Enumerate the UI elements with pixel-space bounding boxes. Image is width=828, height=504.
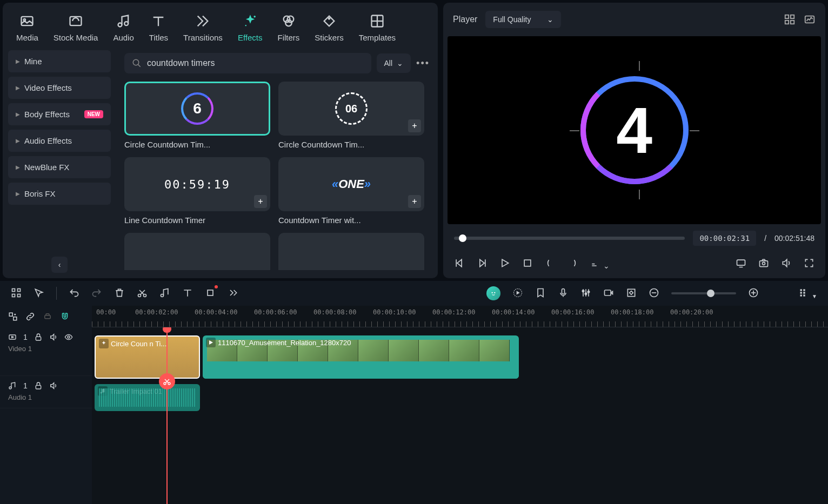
effect-thumbnail[interactable]: «ONE»+ (278, 157, 424, 211)
effect-thumbnail[interactable] (278, 233, 424, 270)
filter-dropdown[interactable]: All⌄ (377, 53, 411, 73)
zoom-slider[interactable] (671, 292, 736, 294)
svg-rect-28 (12, 288, 15, 291)
next-frame-button[interactable] (477, 258, 488, 270)
effect-clip[interactable]: Circle Coun n Ti... (95, 335, 200, 379)
scrubber[interactable] (454, 237, 685, 240)
effect-thumbnail[interactable]: 06+ (278, 82, 424, 136)
sidebar-item-newblue-fx[interactable]: ▶NewBlue FX (8, 156, 111, 178)
lock-icon[interactable] (34, 333, 43, 341)
effect-thumbnail[interactable]: 6 (124, 82, 270, 136)
record-icon[interactable] (603, 287, 614, 300)
video-track-icon (8, 333, 17, 341)
tab-transitions[interactable]: Transitions (181, 11, 225, 45)
snapshot-button[interactable] (758, 258, 769, 270)
svg-point-43 (583, 290, 584, 292)
add-effect-button[interactable]: + (408, 195, 421, 208)
effects-grid: 6 Circle Countdown Tim... 06+ Circle Cou… (124, 82, 430, 270)
search-input[interactable] (147, 58, 364, 68)
more-tools-button[interactable] (228, 287, 238, 300)
visibility-icon[interactable] (64, 333, 73, 341)
keyframe-icon[interactable] (626, 287, 637, 300)
mute-icon[interactable] (49, 381, 58, 390)
timeline-ruler[interactable]: 00:00 00:00:02:00 00:00:04:00 00:00:06:0… (92, 306, 828, 327)
video-track-row[interactable]: Circle Coun n Ti... 1110670_Amusement_Re… (92, 333, 828, 381)
sidebar-item-audio-effects[interactable]: ▶Audio Effects (8, 130, 111, 152)
undo-button[interactable] (69, 287, 79, 300)
zoom-out-button[interactable] (649, 287, 659, 300)
select-tool-icon[interactable] (34, 287, 44, 300)
grid-view-icon[interactable] (784, 14, 796, 25)
effect-item[interactable]: 06+ Circle Countdown Tim... (278, 82, 424, 149)
redo-button[interactable] (91, 287, 102, 300)
text-button[interactable] (182, 287, 193, 300)
stop-button[interactable] (522, 258, 533, 270)
render-icon[interactable] (512, 287, 523, 300)
tab-templates[interactable]: Templates (356, 11, 398, 45)
more-button[interactable]: ••• (416, 58, 430, 69)
effect-item[interactable] (124, 233, 270, 270)
delete-button[interactable] (114, 287, 125, 300)
video-clip[interactable]: 1110670_Amusement_Relation_1280x720 (203, 335, 519, 379)
tab-filters[interactable]: Filters (275, 11, 302, 45)
mark-out-button[interactable] (567, 258, 578, 270)
scopes-icon[interactable] (804, 14, 816, 25)
svg-rect-18 (785, 21, 789, 24)
sidebar-item-mine[interactable]: ▶Mine (8, 50, 111, 72)
mute-icon[interactable] (49, 333, 58, 341)
add-effect-button[interactable]: + (408, 119, 421, 132)
effect-thumbnail[interactable]: 00:59:19+ (124, 157, 270, 211)
effect-item[interactable]: «ONE»+ Countdown Timer wit... (278, 157, 424, 225)
split-button[interactable] (137, 287, 148, 300)
total-time: 00:02:51:48 (774, 234, 814, 243)
magnet-icon[interactable] (60, 312, 70, 321)
sidebar-item-boris-fx[interactable]: ▶Boris FX (8, 183, 111, 205)
split-at-playhead-icon[interactable] (159, 373, 175, 389)
playhead[interactable] (166, 327, 168, 504)
ai-button[interactable] (486, 286, 500, 300)
tab-titles[interactable]: Titles (146, 11, 171, 45)
media-browser-panel: Media Stock Media Audio Titles Transitio… (3, 3, 438, 278)
voiceover-icon[interactable] (558, 287, 569, 300)
marker-icon[interactable] (535, 287, 546, 300)
tab-stock-media[interactable]: Stock Media (51, 11, 101, 45)
display-button[interactable] (736, 258, 746, 270)
quality-dropdown[interactable]: Full Quality⌄ (485, 11, 561, 28)
search-box[interactable] (124, 53, 371, 73)
svg-line-15 (138, 64, 141, 67)
zoom-in-button[interactable] (748, 287, 759, 300)
tab-audio[interactable]: Audio (110, 11, 136, 45)
audio-detach-button[interactable] (159, 287, 170, 300)
view-options-button[interactable]: ▼ (799, 287, 817, 300)
marker-dropdown-button[interactable]: ⌄ (590, 258, 610, 270)
tab-effects[interactable]: Effects (235, 11, 265, 45)
sidebar-item-video-effects[interactable]: ▶Video Effects (8, 77, 111, 99)
preview-area[interactable]: 4 (448, 36, 821, 224)
sidebar-item-body-effects[interactable]: ▶Body EffectsNEW (8, 103, 111, 125)
audio-track-row[interactable]: Trailer Impact 01 (92, 381, 828, 414)
svg-point-45 (588, 291, 590, 292)
volume-button[interactable] (781, 258, 792, 270)
tab-stickers[interactable]: Stickers (312, 11, 346, 45)
add-effect-button[interactable]: + (254, 195, 267, 208)
sidebar-collapse-button[interactable]: ‹ (51, 257, 68, 273)
tab-media[interactable]: Media (14, 11, 41, 45)
audio-clip[interactable]: Trailer Impact 01 (95, 384, 200, 411)
fullscreen-button[interactable] (804, 258, 814, 270)
svg-point-27 (763, 262, 765, 265)
player-label: Player (453, 15, 477, 24)
link-icon[interactable] (25, 312, 35, 321)
effect-item[interactable] (278, 233, 424, 270)
track-add-icon[interactable] (8, 312, 18, 321)
crop-button[interactable] (205, 287, 216, 300)
effect-item[interactable]: 00:59:19+ Line Countdown Timer (124, 157, 270, 225)
mixer-icon[interactable] (580, 287, 591, 300)
effect-thumbnail[interactable] (124, 233, 270, 270)
arrange-icon[interactable] (11, 287, 22, 300)
effect-item[interactable]: 6 Circle Countdown Tim... (124, 82, 270, 149)
play-button[interactable] (499, 258, 510, 270)
lock-icon[interactable] (34, 381, 43, 390)
mark-in-button[interactable] (545, 258, 556, 270)
group-icon[interactable] (43, 312, 52, 321)
prev-frame-button[interactable] (454, 258, 465, 270)
